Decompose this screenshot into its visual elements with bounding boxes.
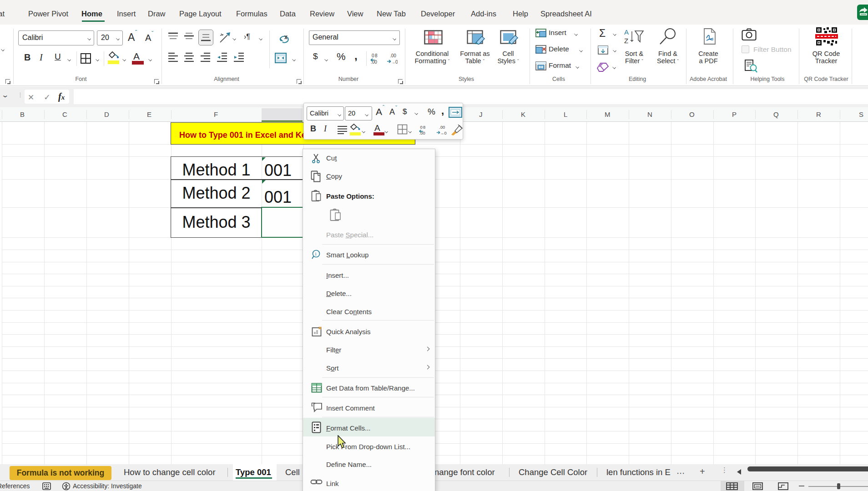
svg-text:i: i [315, 251, 317, 256]
svg-text:0: 0 [372, 53, 374, 58]
svg-text:Z: Z [624, 37, 628, 45]
svg-text:8: 8 [375, 53, 378, 58]
svg-text:.00: .00 [390, 53, 396, 58]
svg-text:→0: →0 [391, 60, 398, 65]
svg-text:A: A [624, 28, 629, 36]
svg-text:8: 8 [423, 125, 425, 130]
svg-text:.00: .00 [439, 125, 445, 130]
svg-text:→0: →0 [440, 131, 446, 135]
svg-text:0: 0 [420, 125, 423, 130]
